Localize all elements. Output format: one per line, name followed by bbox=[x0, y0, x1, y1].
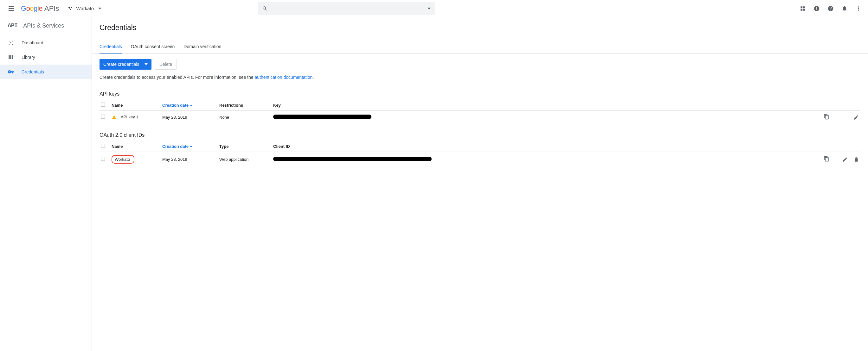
copy-icon[interactable] bbox=[824, 114, 829, 120]
tab-domain-verification[interactable]: Domain verification bbox=[184, 44, 221, 54]
api-keys-section: API keys Name Creation date Restrictions… bbox=[92, 86, 868, 127]
edit-icon[interactable] bbox=[854, 114, 859, 120]
sidebar-item-label: Credentials bbox=[22, 69, 44, 74]
help-icon[interactable] bbox=[828, 5, 834, 12]
svg-rect-9 bbox=[10, 55, 11, 59]
chevron-down-icon bbox=[190, 105, 192, 106]
chevron-down-icon bbox=[98, 8, 101, 9]
delete-button[interactable]: Delete bbox=[155, 59, 177, 70]
api-key-date: May 23, 2019 bbox=[161, 111, 218, 124]
table-row: API key 1 May 23, 2019 None bbox=[99, 111, 860, 124]
dashboard-icon bbox=[8, 40, 14, 46]
oauth-client-date: May 23, 2019 bbox=[161, 152, 218, 167]
more-vert-icon[interactable] bbox=[855, 5, 862, 12]
library-icon bbox=[8, 54, 14, 61]
help-text: Create credentials to access your enable… bbox=[92, 75, 868, 86]
col-creation-date[interactable]: Creation date bbox=[161, 100, 218, 111]
sidebar-item-credentials[interactable]: Credentials bbox=[0, 65, 92, 79]
top-header: Google APIs Workato bbox=[0, 0, 868, 17]
select-all-checkbox[interactable] bbox=[101, 144, 105, 148]
help-suffix: . bbox=[312, 75, 314, 80]
bell-icon[interactable] bbox=[841, 5, 848, 12]
api-key-name[interactable]: API key 1 bbox=[121, 114, 138, 119]
svg-point-2 bbox=[70, 9, 71, 10]
sidebar-item-label: Dashboard bbox=[22, 40, 43, 45]
key-icon bbox=[8, 69, 14, 75]
search-input[interactable] bbox=[258, 2, 435, 15]
sidebar-title: APIs & Services bbox=[23, 23, 64, 29]
google-apis-logo[interactable]: Google APIs bbox=[21, 4, 59, 13]
gift-icon[interactable] bbox=[800, 5, 806, 12]
sidebar-item-dashboard[interactable]: Dashboard bbox=[0, 35, 92, 50]
action-bar: Create credentials Delete bbox=[92, 54, 868, 75]
svg-rect-10 bbox=[12, 55, 13, 59]
svg-point-5 bbox=[12, 41, 13, 42]
svg-point-7 bbox=[12, 44, 13, 45]
col-restrictions[interactable]: Restrictions bbox=[218, 100, 272, 111]
row-checkbox[interactable] bbox=[101, 157, 105, 161]
oauth-section: OAuth 2.0 client IDs Name Creation date … bbox=[92, 127, 868, 170]
api-keys-heading: API keys bbox=[99, 91, 860, 97]
project-dots-icon bbox=[68, 6, 73, 11]
copy-icon[interactable] bbox=[824, 156, 829, 162]
delete-icon[interactable] bbox=[854, 157, 859, 162]
sidebar: API APIs & Services Dashboard Library Cr… bbox=[0, 17, 92, 351]
select-all-checkbox[interactable] bbox=[101, 103, 105, 107]
chevron-down-icon bbox=[145, 63, 148, 65]
highlighted-client-name: Workato bbox=[112, 155, 134, 164]
oauth-client-type: Web application bbox=[218, 152, 272, 167]
col-name[interactable]: Name bbox=[110, 100, 161, 111]
svg-rect-8 bbox=[8, 55, 9, 59]
row-checkbox[interactable] bbox=[101, 114, 105, 119]
google-logo-text: Google bbox=[21, 4, 42, 13]
redacted-key bbox=[273, 114, 371, 119]
col-client-id[interactable]: Client ID bbox=[272, 141, 823, 152]
page-title: Credentials bbox=[99, 24, 860, 32]
chevron-down-icon bbox=[190, 146, 192, 147]
auth-docs-link[interactable]: authentication documentation bbox=[254, 75, 312, 80]
sidebar-item-library[interactable]: Library bbox=[0, 50, 92, 65]
edit-icon[interactable] bbox=[842, 157, 848, 162]
table-row: Workato May 23, 2019 Web application bbox=[99, 152, 860, 167]
main-content: Credentials Credentials OAuth consent sc… bbox=[92, 17, 868, 351]
apis-label: APIs bbox=[44, 4, 59, 13]
svg-point-0 bbox=[68, 7, 70, 8]
chevron-down-icon[interactable] bbox=[428, 8, 431, 9]
header-utility-icons bbox=[800, 5, 862, 12]
menu-icon[interactable] bbox=[8, 5, 15, 12]
api-keys-table: Name Creation date Restrictions Key API … bbox=[99, 100, 860, 124]
project-picker[interactable]: Workato bbox=[65, 4, 104, 13]
tab-credentials[interactable]: Credentials bbox=[99, 44, 122, 54]
sidebar-item-label: Library bbox=[22, 55, 35, 60]
svg-point-1 bbox=[71, 7, 72, 8]
create-credentials-button[interactable]: Create credentials bbox=[99, 59, 152, 70]
oauth-client-name[interactable]: Workato bbox=[115, 157, 130, 162]
project-name: Workato bbox=[76, 6, 94, 11]
alert-icon[interactable] bbox=[813, 5, 820, 12]
tab-bar: Credentials OAuth consent screen Domain … bbox=[92, 36, 868, 54]
svg-point-6 bbox=[9, 44, 10, 45]
api-badge: API bbox=[8, 22, 18, 29]
button-label: Create credentials bbox=[103, 62, 140, 67]
col-name[interactable]: Name bbox=[110, 141, 161, 152]
redacted-client-id bbox=[273, 157, 432, 161]
warning-icon bbox=[112, 115, 117, 120]
sidebar-header: API APIs & Services bbox=[0, 22, 92, 35]
oauth-table: Name Creation date Type Client ID Workat… bbox=[99, 141, 860, 167]
search-icon bbox=[262, 6, 268, 11]
api-key-restrictions: None bbox=[218, 111, 272, 124]
svg-point-3 bbox=[10, 42, 11, 43]
help-prefix: Create credentials to access your enable… bbox=[99, 75, 254, 80]
tab-oauth-consent[interactable]: OAuth consent screen bbox=[131, 44, 175, 54]
col-type[interactable]: Type bbox=[218, 141, 272, 152]
col-creation-date[interactable]: Creation date bbox=[161, 141, 218, 152]
oauth-heading: OAuth 2.0 client IDs bbox=[99, 132, 860, 138]
svg-point-4 bbox=[9, 41, 10, 42]
col-key[interactable]: Key bbox=[272, 100, 823, 111]
